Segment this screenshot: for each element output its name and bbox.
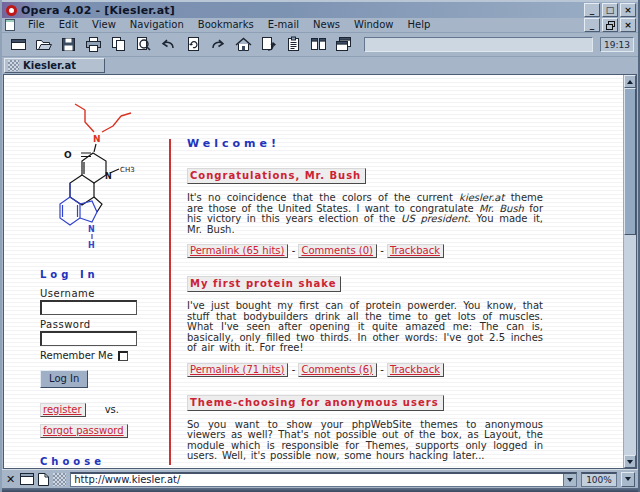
lsd-molecule-image: N O N CH3 (52, 91, 152, 259)
window-bottom-border (2, 488, 638, 492)
reload-icon[interactable] (181, 34, 205, 55)
window-icon[interactable] (20, 473, 34, 485)
menu-item[interactable]: Bookmarks (191, 19, 261, 31)
document-system-icon[interactable] (5, 19, 15, 31)
print-icon[interactable] (81, 34, 105, 55)
close-button[interactable]: × (620, 3, 636, 17)
clock: 19:13 (600, 37, 634, 52)
login-button[interactable]: Log In (40, 370, 88, 388)
posts: Congratulations, Mr. Bush It's no coinci… (187, 164, 543, 468)
document-area: N O N CH3 (3, 74, 637, 469)
post-title-link[interactable]: Congratulations, Mr. Bush (187, 168, 366, 184)
find-icon[interactable] (131, 34, 155, 55)
menu-bar: FileEditViewNavigationBookmarksE-mailNew… (2, 18, 638, 33)
welcome-heading: Welcome! (187, 137, 543, 150)
blog-post: My first protein shake I've just bought … (187, 272, 543, 377)
choose-heading: Choose (40, 456, 172, 467)
password-label: Password (40, 319, 172, 330)
page-tab-kiesler[interactable]: Kiesler.at (4, 58, 105, 73)
scroll-up-arrow-icon (627, 80, 633, 84)
title-bar: Opera 4.02 - [Kiesler.at] _ □ × (2, 0, 638, 18)
post-links: Permalink (65 hits) - Comments (0) - Tra… (187, 244, 543, 258)
post-body: So you want to show your phpWebSite them… (187, 420, 543, 462)
register-link[interactable]: register (40, 403, 86, 417)
cascade-windows-icon[interactable] (331, 34, 355, 55)
menu-item[interactable]: Help (400, 19, 437, 31)
link-separator: - (292, 245, 299, 256)
forgot-password-link[interactable]: forgot password (40, 424, 128, 438)
svg-text:N: N (105, 172, 112, 181)
maximize-button[interactable]: □ (602, 3, 618, 17)
link-separator: - (380, 245, 387, 256)
remember-me-checkbox[interactable] (118, 351, 128, 361)
link-separator: - (380, 364, 387, 375)
tile-windows-icon[interactable] (306, 34, 330, 55)
copy-icon[interactable] (106, 34, 130, 55)
zoom-level: 100% (581, 472, 617, 487)
address-input[interactable] (71, 474, 563, 486)
svg-text:O: O (64, 150, 72, 160)
menu-item[interactable]: Edit (52, 19, 85, 31)
save-icon[interactable] (56, 34, 80, 55)
trackback-link[interactable]: Trackback (387, 244, 444, 258)
drag-handle-icon[interactable] (53, 473, 66, 486)
main-content: Welcome! Congratulations, Mr. Bush It's … (187, 137, 543, 468)
address-dropdown-arrow-icon (567, 478, 573, 482)
zoom-dropdown-button[interactable] (621, 472, 635, 487)
redo-icon[interactable] (206, 34, 230, 55)
password-field[interactable] (40, 331, 137, 346)
address-dropdown-button[interactable] (563, 474, 576, 486)
svg-text:H: H (88, 241, 95, 250)
username-field[interactable] (40, 300, 137, 315)
page-tab-title: Kiesler.at (23, 60, 76, 71)
vs-text: vs. (105, 404, 119, 415)
post-body: It's no coincidence that the colors of t… (187, 193, 543, 235)
menu-item[interactable]: E-mail (261, 19, 306, 31)
opera-logo-icon (6, 5, 17, 16)
new-window-icon[interactable] (6, 34, 30, 55)
login-heading: Log In (40, 269, 172, 280)
open-icon[interactable] (31, 34, 55, 55)
post-title-link[interactable]: Theme-choosing for anonymous users (187, 395, 444, 411)
permalink-link[interactable]: Permalink (65 hits) (187, 244, 288, 258)
menu-item[interactable]: View (85, 19, 123, 31)
menu-item[interactable]: News (306, 19, 347, 31)
minimize-button[interactable]: _ (584, 3, 600, 17)
svg-text:N: N (93, 134, 101, 144)
permalink-link[interactable]: Permalink (71 hits) (187, 363, 288, 377)
address-field (70, 472, 577, 487)
undo-icon[interactable] (156, 34, 180, 55)
hotlist-icon[interactable] (256, 34, 280, 55)
home-icon[interactable] (231, 34, 255, 55)
remember-me-label: Remember Me (40, 350, 113, 361)
menu-item[interactable]: File (21, 19, 52, 31)
page-sidebar: N O N CH3 (40, 91, 172, 468)
scroll-up-button[interactable] (624, 75, 636, 88)
trackback-link[interactable]: Trackback (387, 363, 444, 377)
child-restore-button[interactable] (602, 18, 618, 32)
stop-icon[interactable]: ✕ (5, 474, 16, 485)
menu-item[interactable]: Window (347, 19, 400, 31)
svg-text:CH3: CH3 (120, 166, 135, 174)
notes-icon[interactable] (281, 34, 305, 55)
toolbar: 19:13 (2, 33, 638, 57)
child-close-button[interactable]: × (620, 18, 636, 32)
vertical-scrollbar[interactable] (623, 75, 636, 468)
red-divider-line (169, 139, 171, 465)
progress-field (364, 37, 593, 52)
post-body: I've just bought my first can of protein… (187, 301, 543, 354)
address-bar: ✕ 100% (2, 469, 638, 488)
scroll-down-button[interactable] (624, 455, 636, 468)
child-minimize-button[interactable]: _ (584, 18, 600, 32)
zoom-dropdown-arrow-icon (625, 477, 631, 481)
scroll-down-arrow-icon (627, 460, 633, 464)
page-tab-bar: Kiesler.at (2, 57, 638, 74)
window-title: Opera 4.02 - [Kiesler.at] (21, 4, 584, 17)
post-title-link[interactable]: My first protein shake (187, 276, 341, 292)
page-tab-icon (8, 60, 19, 71)
comments-link[interactable]: Comments (0) (298, 244, 377, 258)
comments-link[interactable]: Comments (6) (298, 363, 377, 377)
menu-item[interactable]: Navigation (123, 19, 191, 31)
scrollbar-thumb[interactable] (624, 88, 636, 235)
page-icon[interactable] (38, 473, 49, 486)
